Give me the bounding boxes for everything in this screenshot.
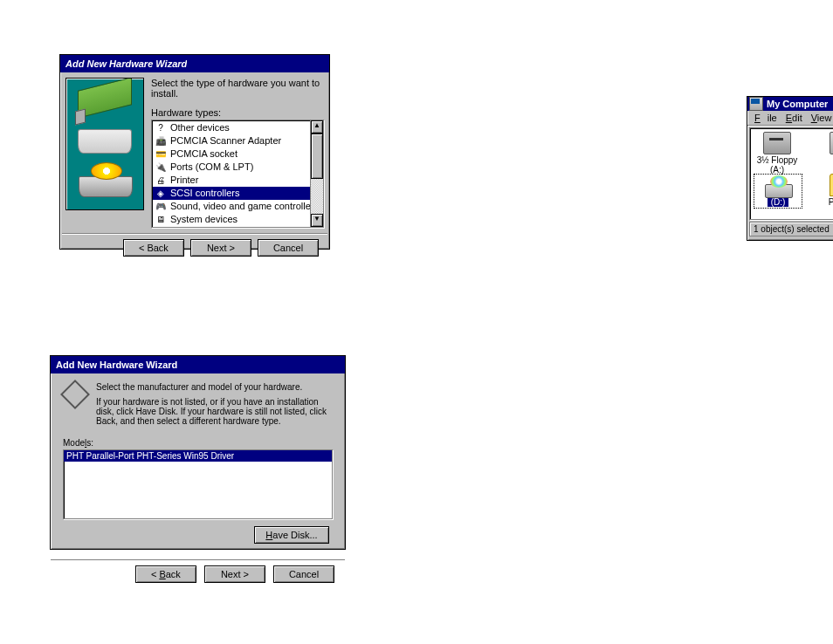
hardware-type-icon: 📠 — [155, 135, 167, 147]
printers-label: Printers — [818, 197, 833, 207]
instruction-text: Select the type of hardware you want to … — [151, 78, 324, 99]
drive-a-icon[interactable]: 3½ Floppy (A:) — [752, 132, 802, 175]
hardware-type-label: PCMCIA Scanner Adapter — [170, 134, 281, 147]
window-title: My Computer — [767, 99, 828, 109]
hardware-type-icon: ? — [155, 122, 167, 134]
icon-area: 3½ Floppy (A:) (C:) (D:) Printers — [749, 127, 833, 220]
titlebar: Add New Hardware Wizard — [60, 55, 329, 72]
drive-d-icon[interactable]: (D:) — [754, 174, 802, 209]
hardware-type-label: Printer — [170, 174, 198, 187]
have-disk-button[interactable]: Have Disk... — [254, 526, 329, 544]
button-row: < Back Next > Cancel — [51, 559, 345, 586]
hardware-type-label: Ports (COM & LPT) — [170, 161, 253, 174]
hardware-type-icon: 🖨 — [155, 175, 167, 186]
instruction-text-1: Select the manufacturer and model of you… — [63, 382, 333, 392]
cancel-button[interactable]: Cancel — [273, 565, 334, 583]
floppy-drive-icon — [763, 132, 791, 154]
button-row: < Back Next > Cancel — [62, 233, 327, 258]
drive-d-label: (D:) — [768, 197, 789, 207]
menu-edit[interactable]: Edit — [782, 112, 806, 124]
scrollbar[interactable]: ▲ ▼ — [310, 120, 323, 227]
hardware-type-icon: 🖥 — [155, 214, 167, 225]
hardware-type-item[interactable]: 📠PCMCIA Scanner Adapter — [153, 134, 322, 147]
hardware-type-icon: 💳 — [155, 148, 167, 160]
hardware-type-label: SCSI controllers — [170, 187, 239, 200]
hardware-type-item[interactable]: 🎮Sound, video and game controllers — [153, 200, 322, 213]
diamond-icon — [63, 382, 87, 407]
hardware-types-listbox[interactable]: ?Other devices📠PCMCIA Scanner Adapter💳PC… — [151, 120, 324, 228]
printers-icon — [830, 174, 833, 196]
hardware-type-item[interactable]: 🖥System devices — [153, 213, 322, 226]
cancel-button[interactable]: Cancel — [258, 239, 319, 257]
hardware-type-icon: 🎮 — [155, 201, 167, 212]
scroll-down-arrow[interactable]: ▼ — [311, 214, 323, 227]
model-row[interactable]: PHT Parallel-Port PHT-Series Win95 Drive… — [64, 450, 332, 462]
scroll-up-arrow[interactable]: ▲ — [311, 120, 323, 134]
hardware-model-wizard-window: Add New Hardware Wizard Select the manuf… — [50, 355, 346, 550]
drive-c-icon[interactable]: (C:) — [818, 132, 833, 165]
list-label: Hardware types: — [151, 107, 324, 118]
expansion-card-icon — [78, 78, 132, 119]
next-button[interactable]: Next > — [204, 565, 265, 583]
hardware-type-item[interactable]: 🔌Ports (COM & LPT) — [153, 161, 322, 174]
cdrom-icon — [79, 166, 131, 197]
back-button[interactable]: < Back — [123, 239, 184, 257]
models-listbox[interactable]: PHT Parallel-Port PHT-Series Win95 Drive… — [63, 449, 333, 519]
window-title: Add New Hardware Wizard — [56, 360, 177, 370]
hard-drive-icon — [830, 132, 833, 154]
hardware-type-icon: ◈ — [155, 188, 167, 199]
next-button[interactable]: Next > — [190, 239, 251, 257]
cd-drive-icon — [765, 175, 791, 196]
hardware-type-label: Other devices — [170, 121, 230, 134]
hardware-type-label: System devices — [170, 213, 238, 226]
drive-a-label: 3½ Floppy (A:) — [752, 155, 802, 175]
hardware-type-label: Sound, video and game controllers — [170, 200, 319, 213]
models-label: Models: — [63, 438, 333, 448]
scroll-thumb[interactable] — [311, 134, 323, 179]
drive-c-label: (C:) — [818, 155, 833, 165]
menu-view[interactable]: View — [808, 112, 833, 124]
menu-file[interactable]: File — [751, 112, 781, 124]
my-computer-icon — [749, 97, 763, 111]
hardware-type-item[interactable]: ◈SCSI controllers — [153, 187, 322, 200]
status-bar: 1 object(s) selected — [749, 222, 833, 236]
hardware-type-item[interactable]: ?Other devices — [153, 121, 322, 134]
hardware-type-item[interactable]: 💳PCMCIA socket — [153, 147, 322, 161]
hardware-type-icon: 🔌 — [155, 161, 167, 173]
menubar: File Edit View Help — [747, 111, 833, 126]
titlebar: Add New Hardware Wizard — [51, 356, 345, 373]
hardware-type-label: PCMCIA socket — [170, 147, 238, 161]
drive-icon — [78, 129, 132, 154]
window-title: Add New Hardware Wizard — [65, 58, 187, 69]
hardware-type-item[interactable]: 🖨Printer — [153, 174, 322, 187]
my-computer-window: My Computer _ □ × File Edit View Help 3½… — [747, 96, 833, 241]
printers-folder-icon[interactable]: Printers — [818, 174, 833, 207]
wizard-side-graphic — [65, 78, 144, 210]
instruction-text-2: If your hardware is not listed, or if yo… — [96, 397, 333, 426]
back-button[interactable]: < Back — [135, 565, 196, 583]
hardware-type-wizard-window: Add New Hardware Wizard Select the type … — [59, 54, 330, 250]
titlebar: My Computer _ □ × — [747, 97, 833, 111]
